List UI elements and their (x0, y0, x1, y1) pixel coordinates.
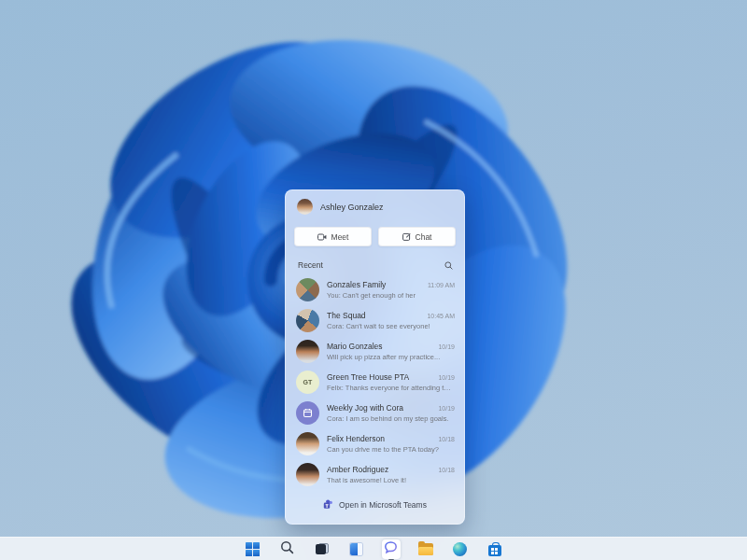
meet-button-label: Meet (331, 232, 349, 242)
compose-chat-icon (402, 232, 411, 241)
action-button-row: Meet Chat (286, 220, 464, 252)
conversation-amber-rodriguez[interactable]: Amber Rodriguez 10/18 That is awesome! L… (286, 459, 464, 489)
teams-chat-icon (384, 540, 398, 558)
teams-chat-flyout: Ashley Gonzalez Meet Chat Recent (285, 189, 465, 525)
conversation-time: 10/19 (438, 405, 455, 412)
conversation-name: Felix Henderson (327, 434, 432, 443)
conversation-time: 10/18 (438, 436, 455, 442)
recent-label: Recent (298, 260, 323, 270)
open-in-teams-label: Open in Microsoft Teams (339, 500, 427, 510)
conversation-preview: Felix: Thanks everyone for attending tod… (327, 384, 455, 392)
conversation-weekly-jog-with-cora[interactable]: Weekly Jog with Cora 10/19 Cora: I am so… (286, 398, 464, 428)
conversation-time: 11:09 AM (428, 282, 455, 288)
video-camera-icon (317, 233, 327, 241)
microsoft-store-button[interactable] (486, 539, 504, 559)
conversation-name: Weekly Jog with Cora (327, 403, 432, 413)
conversation-preview: Cora: Can't wait to see everyone! (327, 322, 455, 330)
task-view-icon (314, 541, 330, 557)
conversation-name: Gonzales Family (327, 280, 422, 289)
file-explorer-icon (418, 543, 433, 555)
widgets-icon (349, 542, 363, 556)
conversation-name: The Squad (327, 311, 421, 320)
conversation-green-tree-house-pta[interactable]: GT Green Tree House PTA 10/19 Felix: Tha… (286, 367, 464, 398)
recent-header-row: Recent (286, 252, 464, 274)
search-button[interactable] (278, 539, 297, 559)
person-avatar (296, 432, 319, 455)
chat-button-label: Chat (416, 232, 432, 242)
desktop: Ashley Gonzalez Meet Chat Recent (0, 0, 747, 560)
conversation-name: Mario Gonzales (327, 342, 432, 351)
conversation-gonzales-family[interactable]: Gonzales Family 11:09 AM You: Can't get … (286, 274, 464, 305)
conversation-the-squad[interactable]: The Squad 10:45 AM Cora: Can't wait to s… (286, 305, 464, 336)
avatar-initials: GT (303, 379, 312, 385)
widgets-button[interactable] (347, 539, 366, 559)
chat-button-taskbar[interactable] (382, 539, 401, 559)
chat-panel-header: Ashley Gonzalez (286, 190, 464, 220)
user-name: Ashley Gonzalez (320, 203, 384, 212)
windows-logo-icon (246, 542, 260, 556)
search-icon[interactable] (444, 261, 453, 270)
meet-button[interactable]: Meet (294, 227, 372, 246)
teams-logo-icon (323, 497, 333, 513)
user-avatar[interactable] (297, 199, 313, 215)
person-avatar (296, 340, 319, 363)
group-avatar (296, 309, 319, 332)
conversation-name: Green Tree House PTA (327, 372, 432, 382)
task-view-button[interactable] (313, 539, 331, 559)
open-in-teams-link[interactable]: Open in Microsoft Teams (286, 489, 464, 524)
conversation-preview: That is awesome! Love it! (327, 476, 455, 484)
conversation-time: 10/19 (438, 343, 455, 350)
conversation-time: 10:45 AM (427, 313, 455, 319)
group-avatar (296, 278, 319, 301)
conversation-preview: Cora: I am so behind on my step goals. (327, 414, 455, 423)
search-icon (280, 540, 294, 558)
conversation-preview: Will pick up pizza after my practice... (327, 353, 455, 361)
person-avatar (296, 463, 319, 486)
initials-avatar: GT (296, 371, 319, 394)
conversation-list: Gonzales Family 11:09 AM You: Can't get … (286, 274, 464, 489)
taskbar (0, 537, 747, 560)
start-button[interactable] (244, 539, 262, 559)
conversation-preview: Can you drive me to the PTA today? (327, 445, 455, 454)
conversation-preview: You: Can't get enough of her (327, 291, 455, 300)
chat-button[interactable]: Chat (378, 227, 456, 246)
conversation-time: 10/19 (438, 374, 455, 381)
conversation-time: 10/18 (438, 467, 455, 473)
calendar-avatar (296, 401, 319, 425)
file-explorer-button[interactable] (416, 539, 435, 559)
edge-button[interactable] (451, 539, 470, 559)
microsoft-store-icon (488, 545, 501, 556)
conversation-name: Amber Rodriguez (327, 465, 432, 474)
conversation-felix-henderson[interactable]: Felix Henderson 10/18 Can you drive me t… (286, 428, 464, 459)
calendar-icon (303, 405, 313, 422)
conversation-mario-gonzales[interactable]: Mario Gonzales 10/19 Will pick up pizza … (286, 336, 464, 367)
edge-browser-icon (453, 542, 467, 556)
